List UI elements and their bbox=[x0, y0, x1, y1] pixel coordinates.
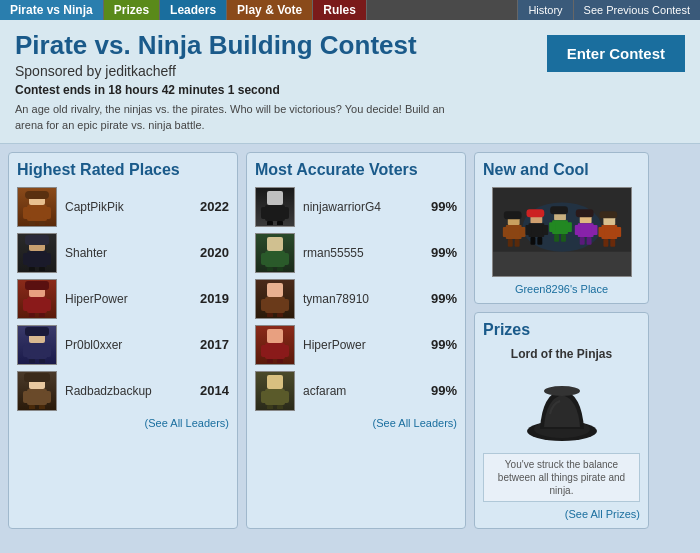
svg-rect-61 bbox=[261, 391, 269, 403]
see-all-leaders-left[interactable]: (See All Leaders) bbox=[17, 417, 229, 429]
svg-rect-74 bbox=[503, 211, 521, 219]
see-all-leaders-right[interactable]: (See All Leaders) bbox=[255, 417, 457, 429]
nav-prev-contest-tab[interactable]: See Previous Contest bbox=[573, 0, 700, 20]
avatar bbox=[17, 371, 57, 411]
place-thumbnail[interactable] bbox=[492, 187, 632, 277]
svg-rect-95 bbox=[575, 209, 593, 217]
svg-rect-53 bbox=[267, 329, 283, 343]
avatar bbox=[255, 371, 295, 411]
see-all-prizes-link[interactable]: (See All Prizes) bbox=[483, 508, 640, 520]
svg-rect-72 bbox=[507, 239, 512, 247]
svg-rect-3 bbox=[43, 207, 51, 219]
svg-rect-32 bbox=[29, 405, 35, 409]
svg-rect-52 bbox=[277, 313, 283, 317]
nav-tab-leaders[interactable]: Leaders bbox=[160, 0, 227, 20]
nav-tab-main[interactable]: Pirate vs Ninja bbox=[0, 0, 104, 20]
nav-right: History See Previous Contest bbox=[517, 0, 700, 20]
player-name: HiperPower bbox=[65, 292, 181, 306]
svg-rect-57 bbox=[267, 359, 273, 363]
svg-rect-31 bbox=[43, 391, 51, 403]
avatar bbox=[255, 233, 295, 273]
highest-rated-panel: Highest Rated Places CaptPikPik 2022 Sha… bbox=[8, 152, 238, 529]
svg-rect-77 bbox=[525, 225, 531, 235]
enter-contest-button[interactable]: Enter Contest bbox=[547, 35, 685, 72]
svg-rect-12 bbox=[39, 267, 45, 271]
player-pct: 99% bbox=[422, 245, 457, 260]
svg-rect-45 bbox=[267, 267, 273, 271]
svg-rect-18 bbox=[29, 313, 35, 317]
nav-tab-playandvote[interactable]: Play & Vote bbox=[227, 0, 313, 20]
table-row: Pr0bl0xxer 2017 bbox=[17, 325, 229, 365]
avatar bbox=[17, 279, 57, 319]
svg-rect-87 bbox=[561, 234, 566, 242]
player-pct: 99% bbox=[422, 291, 457, 306]
svg-rect-63 bbox=[267, 405, 273, 409]
svg-rect-84 bbox=[549, 222, 555, 232]
svg-rect-56 bbox=[281, 345, 289, 357]
svg-point-105 bbox=[544, 386, 580, 396]
svg-rect-35 bbox=[267, 191, 283, 205]
svg-rect-30 bbox=[23, 391, 31, 403]
svg-rect-62 bbox=[281, 391, 289, 403]
player-name: acfaram bbox=[303, 384, 414, 398]
player-name: rman55555 bbox=[303, 246, 414, 260]
svg-rect-102 bbox=[599, 211, 617, 218]
svg-rect-39 bbox=[267, 221, 273, 225]
most-accurate-panel: Most Accurate Voters ninjawarriorG4 99% … bbox=[246, 152, 466, 529]
avatar bbox=[255, 325, 295, 365]
new-cool-title: New and Cool bbox=[483, 161, 640, 179]
nav-tab-prizes[interactable]: Prizes bbox=[104, 0, 160, 20]
prize-description: You've struck the balance between all th… bbox=[483, 453, 640, 502]
svg-rect-78 bbox=[542, 225, 548, 235]
svg-rect-6 bbox=[25, 191, 49, 199]
player-score: 2022 bbox=[189, 199, 229, 214]
highest-rated-title: Highest Rated Places bbox=[17, 161, 229, 179]
svg-rect-66 bbox=[493, 252, 631, 277]
prizes-panel: Prizes Lord of the Pinjas You've st bbox=[474, 312, 649, 529]
countdown-text: Contest ends in 18 hours 42 minutes 1 se… bbox=[15, 83, 685, 97]
svg-rect-96 bbox=[603, 217, 615, 225]
svg-rect-40 bbox=[277, 221, 283, 225]
player-score: 2017 bbox=[189, 337, 229, 352]
svg-rect-51 bbox=[267, 313, 273, 317]
svg-rect-92 bbox=[591, 225, 597, 235]
svg-rect-41 bbox=[267, 237, 283, 251]
avatar bbox=[255, 187, 295, 227]
svg-rect-26 bbox=[39, 359, 45, 363]
player-name: tyman78910 bbox=[303, 292, 414, 306]
place-name[interactable]: Green8296's Place bbox=[483, 283, 640, 295]
svg-rect-25 bbox=[29, 359, 35, 363]
svg-rect-10 bbox=[43, 253, 51, 265]
svg-rect-64 bbox=[277, 405, 283, 409]
nav-bar: Pirate vs Ninja Prizes Leaders Play & Vo… bbox=[0, 0, 700, 20]
avatar bbox=[255, 279, 295, 319]
table-row: HiperPower 2019 bbox=[17, 279, 229, 319]
svg-rect-71 bbox=[519, 227, 525, 237]
svg-rect-44 bbox=[281, 253, 289, 265]
svg-rect-33 bbox=[39, 405, 45, 409]
svg-rect-85 bbox=[565, 222, 571, 232]
nav-tab-rules[interactable]: Rules bbox=[313, 0, 367, 20]
most-accurate-title: Most Accurate Voters bbox=[255, 161, 457, 179]
svg-rect-86 bbox=[554, 234, 559, 242]
svg-rect-101 bbox=[610, 239, 615, 247]
svg-rect-43 bbox=[261, 253, 269, 265]
table-row: ninjawarriorG4 99% bbox=[255, 187, 457, 227]
content-area: Highest Rated Places CaptPikPik 2022 Sha… bbox=[0, 144, 700, 537]
svg-rect-24 bbox=[43, 345, 51, 357]
svg-rect-17 bbox=[43, 299, 51, 311]
svg-rect-98 bbox=[598, 227, 604, 237]
svg-rect-46 bbox=[277, 267, 283, 271]
description-text: An age old rivalry, the ninjas vs. the p… bbox=[15, 102, 445, 133]
nav-history-tab[interactable]: History bbox=[517, 0, 572, 20]
svg-rect-23 bbox=[23, 345, 31, 357]
svg-rect-47 bbox=[267, 283, 283, 297]
svg-rect-50 bbox=[281, 299, 289, 311]
table-row: HiperPower 99% bbox=[255, 325, 457, 365]
player-pct: 99% bbox=[422, 383, 457, 398]
player-name: HiperPower bbox=[303, 338, 414, 352]
svg-rect-91 bbox=[574, 225, 580, 235]
prize-item-name: Lord of the Pinjas bbox=[483, 347, 640, 361]
svg-rect-59 bbox=[267, 375, 283, 389]
player-pct: 99% bbox=[422, 199, 457, 214]
